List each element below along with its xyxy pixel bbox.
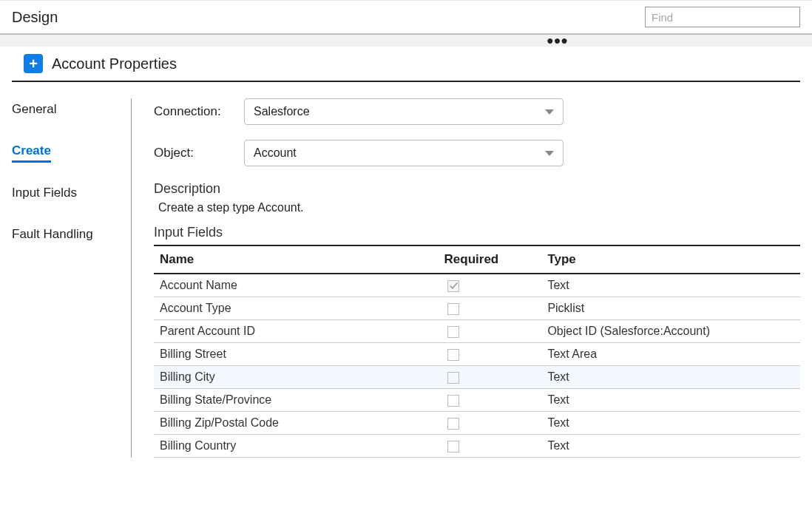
col-header-name[interactable]: Name [154,245,439,274]
table-row[interactable]: Billing Zip/Postal CodeText [154,412,800,435]
divider-strip: ●●● [0,33,812,47]
connection-select[interactable]: Salesforce [244,98,564,125]
more-icon[interactable]: ●●● [547,34,568,47]
table-row[interactable]: Account NameText [154,274,800,297]
cell-name: Billing Zip/Postal Code [154,412,439,435]
cell-required [439,389,542,412]
main-panel: Connection: Salesforce Object: Account D… [132,98,800,458]
required-checkbox[interactable] [447,395,459,407]
required-checkbox[interactable] [447,441,459,453]
cell-name: Billing Country [154,435,439,458]
connection-row: Connection: Salesforce [154,98,800,125]
object-value: Account [254,146,297,160]
cell-type: Text Area [541,343,800,366]
cell-type: Picklist [541,297,800,320]
cell-required [439,412,542,435]
required-checkbox[interactable] [447,303,459,315]
required-checkbox [447,280,459,292]
object-row: Object: Account [154,140,800,166]
description-text: Create a step type Account. [158,201,800,214]
required-checkbox[interactable] [447,349,459,361]
object-label: Object: [154,146,244,160]
table-row[interactable]: Billing State/ProvinceText [154,389,800,412]
cell-type: Text [541,412,800,435]
chevron-down-icon [545,109,554,115]
tabs-sidebar: General Create Input Fields Fault Handli… [12,98,132,458]
connection-label: Connection: [154,104,244,119]
cell-required [439,343,542,366]
input-fields-table: Name Required Type Account NameTextAccou… [154,245,800,458]
cell-name: Billing City [154,366,439,389]
cell-type: Text [541,366,800,389]
cell-type: Text [541,274,800,297]
cell-name: Account Type [154,297,439,320]
cell-required [439,435,542,458]
plus-icon[interactable]: + [24,54,43,73]
cell-required [439,320,542,343]
input-fields-label: Input Fields [154,225,800,240]
cell-type: Text [541,389,800,412]
tab-input-fields[interactable]: Input Fields [12,182,77,204]
description-label: Description [154,181,800,197]
chevron-down-icon [545,151,554,156]
required-checkbox[interactable] [447,372,459,384]
cell-type: Text [541,435,800,458]
cell-required [439,366,542,389]
object-select[interactable]: Account [244,140,564,166]
cell-name: Billing Street [154,343,439,366]
panel-title: Account Properties [52,55,177,72]
table-row[interactable]: Account TypePicklist [154,297,800,320]
required-checkbox[interactable] [447,326,459,338]
table-row[interactable]: Parent Account IDObject ID (Salesforce:A… [154,320,800,343]
cell-name: Account Name [154,274,439,297]
content-area: General Create Input Fields Fault Handli… [0,82,812,458]
cell-name: Parent Account ID [154,320,439,343]
cell-required [439,274,542,297]
table-row[interactable]: Billing StreetText Area [154,343,800,366]
cell-name: Billing State/Province [154,389,439,412]
panel-header: + Account Properties [12,47,800,82]
connection-value: Salesforce [254,105,310,118]
tab-create[interactable]: Create [12,140,51,163]
top-bar: Design [0,0,812,33]
find-input[interactable] [645,7,800,27]
cell-required [439,297,542,320]
required-checkbox[interactable] [447,418,459,430]
tab-general[interactable]: General [12,98,56,121]
table-row[interactable]: Billing CountryText [154,435,800,458]
tab-fault-handling[interactable]: Fault Handling [12,223,93,245]
col-header-required[interactable]: Required [439,245,542,274]
table-row[interactable]: Billing CityText [154,366,800,389]
col-header-type[interactable]: Type [541,245,800,274]
page-title: Design [12,9,58,26]
cell-type: Object ID (Salesforce:Account) [541,320,800,343]
